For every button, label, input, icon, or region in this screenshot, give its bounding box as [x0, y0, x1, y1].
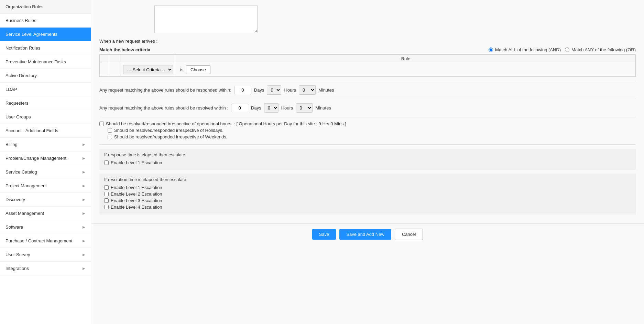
respond-minutes-select[interactable]: 0 5 10 15 — [299, 85, 316, 95]
resolve-within-row: Any request matching the above rules sho… — [99, 103, 636, 113]
resolution-level4-item: Enable Level 4 Escalation — [104, 205, 631, 210]
criteria-cell4: is Choose — [176, 63, 636, 77]
sidebar-item-preventive-maintenance-tasks[interactable]: Preventive Maintenance Tasks — [0, 55, 91, 69]
sidebar-item-business-rules[interactable]: Business Rules — [0, 14, 91, 28]
resolution-level3-checkbox[interactable] — [104, 198, 109, 203]
chevron-right-icon: ▶ — [83, 225, 85, 229]
sidebar-item-integrations[interactable]: Integrations▶ — [0, 262, 91, 275]
response-level1-label: Enable Level 1 Escalation — [111, 160, 162, 165]
sidebar-item-problem-change-management[interactable]: Problem/Change Management▶ — [0, 151, 91, 165]
sidebar-item-project-management[interactable]: Project Management▶ — [0, 179, 91, 193]
resolution-level4-checkbox[interactable] — [104, 205, 109, 209]
resolution-level3-item: Enable Level 3 Escalation — [104, 198, 631, 203]
response-escalation-title: If response time is elapsed then escalat… — [104, 152, 631, 157]
resolve-holidays-checkbox[interactable] — [108, 128, 112, 133]
respond-days-label: Days — [254, 87, 264, 93]
resolve-weekends-label: Should be resolved/responded irrespectiv… — [114, 134, 227, 139]
sidebar: Organization RolesBusiness RulesService … — [0, 0, 91, 324]
resolution-level1-item: Enable Level 1 Escalation — [104, 185, 631, 190]
criteria-cell2 — [110, 63, 120, 77]
sidebar-item-label: LDAP — [6, 87, 17, 92]
criteria-cell3: --- Select Criteria -- — [120, 63, 176, 77]
sidebar-item-purchase-contract-management[interactable]: Purchase / Contract Management▶ — [0, 234, 91, 248]
criteria-row: --- Select Criteria -- is Choose — [100, 63, 636, 77]
match-any-option[interactable]: Match ANY of the following (OR) — [565, 47, 636, 52]
sidebar-item-service-level-agreements[interactable]: Service Level Agreements — [0, 28, 91, 41]
match-all-radio[interactable] — [489, 48, 493, 52]
match-any-radio[interactable] — [565, 48, 569, 52]
resolution-level2-checkbox[interactable] — [104, 192, 109, 196]
resolve-days-input[interactable] — [231, 104, 248, 112]
response-level1-checkbox[interactable] — [104, 160, 109, 165]
resolve-holidays-label: Should be resolved/responded irrespectiv… — [114, 128, 223, 133]
description-textarea[interactable] — [154, 6, 258, 33]
sidebar-item-asset-management[interactable]: Asset Management▶ — [0, 207, 91, 220]
sidebar-item-requesters[interactable]: Requesters — [0, 96, 91, 110]
resolve-irrespective-checkbox[interactable] — [99, 122, 104, 126]
sidebar-item-ldap[interactable]: LDAP — [0, 83, 91, 96]
sidebar-item-service-catalog[interactable]: Service Catalog▶ — [0, 165, 91, 179]
resolve-hours-select[interactable]: 0 1 2 — [264, 103, 279, 113]
col-rule-header: Rule — [176, 55, 636, 63]
choose-button[interactable]: Choose — [186, 65, 210, 74]
resolution-level2-item: Enable Level 2 Escalation — [104, 191, 631, 197]
criteria-select[interactable]: --- Select Criteria -- — [123, 65, 173, 74]
respond-days-input[interactable] — [234, 86, 251, 94]
resolve-holidays-item: Should be resolved/responded irrespectiv… — [108, 128, 636, 133]
respond-hours-select[interactable]: 0 1 2 3 4 5 — [267, 85, 281, 95]
divider4 — [99, 144, 636, 145]
chevron-right-icon: ▶ — [83, 211, 85, 215]
respond-hours-label: Hours — [284, 87, 296, 93]
resolve-days-label: Days — [251, 105, 261, 111]
sidebar-item-software[interactable]: Software▶ — [0, 220, 91, 234]
col-empty1 — [100, 55, 110, 63]
col-empty3 — [120, 55, 176, 63]
sidebar-item-billing[interactable]: Billing▶ — [0, 138, 91, 151]
resolution-level1-label: Enable Level 1 Escalation — [111, 185, 162, 190]
match-any-label: Match ANY of the following (OR) — [571, 47, 636, 52]
save-and-add-new-button[interactable]: Save and Add New — [339, 229, 391, 240]
respond-within-label: Any request matching the above rules sho… — [99, 87, 231, 93]
sidebar-item-label: Integrations — [6, 266, 29, 271]
sidebar-item-notification-rules[interactable]: Notification Rules — [0, 41, 91, 55]
sidebar-item-label: Discovery — [6, 197, 25, 202]
resolve-weekends-checkbox[interactable] — [108, 135, 112, 139]
cancel-button[interactable]: Cancel — [395, 229, 423, 240]
divider1 — [99, 81, 636, 81]
sidebar-item-discovery[interactable]: Discovery▶ — [0, 193, 91, 207]
save-button[interactable]: Save — [312, 229, 336, 240]
resolve-within-label: Any request matching the above rules sho… — [99, 105, 228, 111]
sidebar-item-account-additional-fields[interactable]: Account - Additional Fields — [0, 124, 91, 138]
sidebar-item-label: Organization Roles — [6, 4, 44, 9]
resolve-minutes-select[interactable]: 0 5 10 — [296, 103, 313, 113]
sidebar-item-label: Billing — [6, 142, 18, 147]
sidebar-item-label: Project Management — [6, 183, 47, 188]
resolve-weekends-item: Should be resolved/responded irrespectiv… — [108, 134, 636, 139]
section-new-request-label: When a new request arrives : — [99, 39, 636, 44]
chevron-right-icon: ▶ — [83, 266, 85, 270]
resolution-level1-checkbox[interactable] — [104, 185, 109, 190]
sidebar-item-organization-roles[interactable]: Organization Roles — [0, 0, 91, 14]
sidebar-item-user-groups[interactable]: User Groups — [0, 110, 91, 124]
sidebar-item-label: Active Directory — [6, 73, 37, 78]
operational-hours-section: Should be resolved/responded irrespectiv… — [99, 121, 636, 139]
sidebar-item-active-directory[interactable]: Active Directory — [0, 69, 91, 83]
chevron-right-icon: ▶ — [83, 143, 85, 146]
sidebar-item-label: Purchase / Contract Management — [6, 238, 72, 243]
respond-within-row: Any request matching the above rules sho… — [99, 85, 636, 95]
match-all-option[interactable]: Match ALL of the following (AND) — [489, 47, 561, 52]
sidebar-item-label: Business Rules — [6, 18, 36, 23]
sidebar-item-label: Software — [6, 224, 23, 230]
sidebar-item-label: Preventive Maintenance Tasks — [6, 59, 66, 64]
sidebar-item-label: Account - Additional Fields — [6, 128, 58, 133]
chevron-right-icon: ▶ — [83, 170, 85, 174]
respond-minutes-label: Minutes — [318, 87, 334, 93]
criteria-header: Match the below criteria Match ALL of th… — [99, 47, 636, 52]
chevron-right-icon: ▶ — [83, 239, 85, 243]
sidebar-item-label: User Survey — [6, 252, 30, 257]
sidebar-item-user-survey[interactable]: User Survey▶ — [0, 248, 91, 262]
chevron-right-icon: ▶ — [83, 253, 85, 257]
sidebar-item-label: Service Level Agreements — [6, 32, 57, 37]
sidebar-item-label: Requesters — [6, 101, 28, 106]
divider2 — [99, 99, 636, 99]
